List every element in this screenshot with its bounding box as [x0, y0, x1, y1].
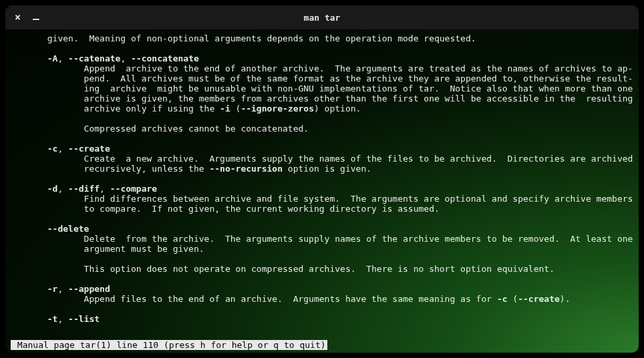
option-flag: -d: [47, 184, 58, 194]
man-line: argument must be given.: [11, 244, 633, 254]
option-flag: -c: [497, 294, 508, 304]
man-line: -r, --append: [11, 284, 633, 294]
man-line: -t, --list: [11, 314, 633, 324]
option-flag: --create: [68, 144, 110, 154]
man-line: to compare. If not given, the current wo…: [11, 204, 633, 214]
man-line: Compressed archives cannot be concatenat…: [11, 124, 633, 134]
man-line: -c, --create: [11, 144, 633, 154]
option-flag: --delete: [47, 224, 90, 234]
man-line: [11, 134, 633, 144]
man-line: Append files to the end of an archive. A…: [11, 294, 633, 304]
option-flag: -r: [47, 284, 58, 294]
window-title: man tar: [5, 13, 639, 23]
man-line: [11, 174, 633, 184]
titlebar: × – man tar: [5, 5, 639, 29]
man-line: Find differences between archive and fil…: [11, 194, 633, 204]
man-line: archive only if using the -i (--ignore-z…: [11, 104, 633, 114]
window-controls: × –: [5, 12, 39, 23]
man-line: [11, 114, 633, 124]
man-line: [11, 304, 633, 314]
man-line: [11, 214, 633, 224]
man-line: Append archive to the end of another arc…: [11, 63, 633, 73]
man-line: Create a new archive. Arguments supply t…: [11, 154, 633, 164]
terminal-window: × – man tar given. Meaning of non-option…: [5, 5, 639, 353]
man-page-content: given. Meaning of non-optional arguments…: [11, 32, 633, 324]
option-flag: -t: [47, 314, 58, 324]
terminal-viewport[interactable]: given. Meaning of non-optional arguments…: [5, 29, 639, 353]
man-line: This option does not operate on compress…: [11, 264, 633, 274]
pager-status-line: Manual page tar(1) line 110 (press h for…: [11, 340, 327, 350]
man-line: [11, 43, 633, 53]
option-flag: --append: [68, 284, 110, 294]
option-flag: --create: [518, 294, 560, 304]
man-line: ing archive might be unusable with non-G…: [11, 83, 633, 94]
close-icon[interactable]: ×: [15, 13, 21, 23]
option-flag: --no-recursion: [209, 164, 283, 174]
option-flag: --ignore-zeros: [240, 104, 314, 114]
option-flag: --concatenate: [131, 53, 199, 63]
option-flag: -i: [220, 104, 230, 114]
option-flag: --list: [68, 314, 100, 324]
man-line: recursively, unless the --no-recursion o…: [11, 164, 633, 174]
option-flag: --catenate: [68, 53, 120, 63]
man-line: archive is given, the members from archi…: [11, 94, 633, 104]
man-line: --delete: [11, 224, 633, 234]
minimize-icon[interactable]: –: [33, 13, 39, 24]
man-line: -A, --catenate, --concatenate: [11, 53, 633, 63]
option-flag: --compare: [110, 184, 157, 194]
man-line: given. Meaning of non-optional arguments…: [11, 33, 633, 43]
man-line: [11, 274, 633, 284]
option-flag: -A: [47, 53, 58, 63]
option-flag: -c: [47, 144, 58, 154]
option-flag: --diff: [68, 184, 100, 194]
man-line: pend. All archives must be of the same f…: [11, 73, 633, 83]
man-line: Delete from the archive. The arguments s…: [11, 234, 633, 244]
man-line: [11, 254, 633, 264]
man-line: -d, --diff, --compare: [11, 184, 633, 194]
